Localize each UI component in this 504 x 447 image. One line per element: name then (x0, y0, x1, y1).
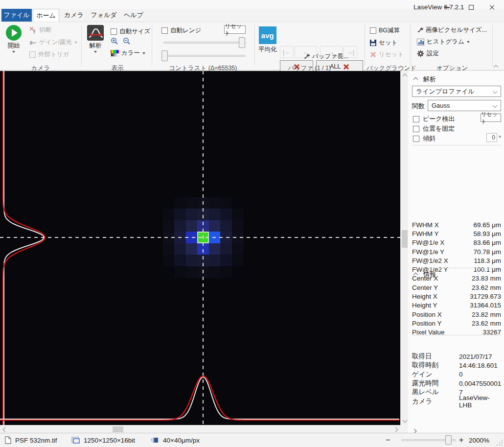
buffer-length-button[interactable]: バッファ長... (303, 52, 348, 61)
bg-reset-button: リセット (370, 50, 404, 59)
analysis-section-header[interactable]: 解析 (414, 75, 436, 84)
gain-exposure-label: ゲイン/露光 (39, 38, 72, 47)
color-button[interactable]: カラー (111, 49, 145, 57)
filename-item: PSF 532nm.tif (5, 433, 57, 447)
beam-image-viewport[interactable] (0, 71, 400, 425)
contrast-min-slider-thumb[interactable] (161, 50, 168, 61)
measurement-label: FWHM X (412, 221, 439, 229)
tab-folder[interactable]: フォルダ (89, 9, 119, 22)
function-dropdown[interactable]: Gauss (428, 100, 501, 111)
histogram-button[interactable]: ヒストグラム (417, 38, 470, 46)
info-label: ゲイン (412, 370, 459, 379)
close-icon (489, 4, 495, 10)
peak-reset-button[interactable]: リセット (481, 114, 501, 122)
zoom-in-button[interactable] (111, 37, 118, 45)
zoom-slider-thumb[interactable] (445, 435, 452, 445)
measurement-row: FWHM Y58.93 μm (412, 229, 501, 238)
function-label: 関数 (412, 102, 425, 111)
measurement-value: 118.3 μm (474, 257, 501, 264)
info-row: ゲイン0 (412, 370, 501, 379)
measurement-value: 100.1 μm (473, 266, 501, 273)
horizontal-scrollbar-thumb[interactable] (113, 426, 123, 432)
contrast-reset-button[interactable]: リセット (224, 25, 246, 34)
measurement-label: Height X (412, 293, 437, 300)
scroll-right-button[interactable] (391, 425, 399, 433)
average-button[interactable]: avg 平均化 (258, 26, 277, 54)
analyze-button[interactable]: 解析 (87, 25, 104, 53)
ribbon-collapse-button[interactable] (494, 63, 498, 71)
maximize-icon (469, 5, 474, 10)
image-pixel-size-button[interactable]: 画像ピクセルサイズ... (417, 26, 487, 34)
info-label: 黒レベル (412, 388, 459, 397)
info-row: カメラLaseView-LHB (412, 397, 501, 405)
zoom-out-button-status[interactable]: − (386, 433, 390, 447)
chevron-down-icon (74, 42, 77, 44)
fix-position-checkbox[interactable]: 位置を固定 (413, 124, 455, 133)
checkbox-icon (413, 136, 419, 142)
tab-home[interactable]: ホーム (33, 9, 59, 22)
info-section-header[interactable]: 情報 (414, 270, 436, 279)
ribbon-group-background: BG減算 セット リセット バックグラウンド (367, 22, 410, 71)
measurement-row: Pixel Value33267 (412, 328, 501, 337)
gain-exposure-icon (29, 40, 37, 46)
measurement-row: Position X23.82 mm (412, 310, 501, 319)
gear-icon (417, 50, 424, 57)
disconnect-button: 切断 (29, 26, 51, 34)
measurement-label: Center Y (412, 284, 438, 291)
ribbon-group-options: 画像ピクセルサイズ... ヒストグラム 設定 オプション (412, 22, 492, 71)
measurement-label: FW@1/e Y (412, 248, 444, 256)
measurement-row: FW@1/e X83.66 μm (412, 238, 501, 247)
checkbox-icon (111, 28, 117, 35)
contrast-max-slider-track[interactable] (163, 42, 246, 44)
vertical-scrollbar-thumb[interactable] (402, 230, 408, 248)
analysis-title: 解析 (423, 75, 436, 84)
average-label: 平均化 (258, 46, 277, 54)
tilt-checkbox[interactable]: 傾斜 (413, 134, 435, 143)
measurement-row: Center Y23.62 mm (412, 283, 501, 292)
settings-button[interactable]: 設定 (417, 49, 439, 58)
avg-icon: avg (259, 26, 276, 44)
checkbox-icon (29, 51, 36, 58)
info-value: LaseView-LHB (459, 394, 501, 409)
play-icon (6, 25, 22, 41)
contrast-min-slider-track[interactable] (163, 55, 246, 57)
vertical-scrollbar[interactable] (400, 71, 408, 425)
bg-set-button[interactable]: セット (370, 39, 397, 47)
window-title: LaseView 6.7.2.1 (413, 3, 464, 11)
start-button[interactable]: 開始 (6, 25, 22, 53)
checkbox-icon (161, 27, 168, 34)
measurement-label: Height Y (412, 302, 437, 309)
analyze-label: 解析 (90, 42, 102, 50)
svg-text:!: ! (151, 438, 152, 443)
scroll-up-button[interactable] (401, 72, 409, 80)
info-row: 取得時刻14:46:18.601 (412, 361, 501, 370)
measurement-value: 69.65 μm (473, 221, 501, 229)
tab-file[interactable]: ファイル (1, 9, 32, 22)
maximize-button[interactable] (464, 2, 479, 13)
zoom-out-icon (123, 37, 131, 45)
minimize-button[interactable] (439, 2, 454, 13)
tilt-input[interactable]: 0 (486, 133, 497, 142)
measurement-label: FWHM Y (412, 230, 439, 237)
info-value: 14:46:18.601 (459, 362, 498, 369)
close-button[interactable] (484, 2, 499, 13)
dimensions-text: 1250×1250×16bit (84, 437, 135, 444)
zoom-in-button-status[interactable]: + (459, 433, 463, 447)
analysis-mode-dropdown[interactable]: ラインプロファイル (412, 86, 501, 97)
measurement-value: 31364.015 (470, 302, 501, 309)
peak-detect-checkbox[interactable]: ピーク検出 (413, 115, 455, 123)
scroll-left-button[interactable] (1, 425, 9, 433)
contrast-max-slider-thumb[interactable] (239, 37, 245, 48)
horizontal-scrollbar[interactable] (0, 425, 400, 433)
scroll-down-button[interactable] (401, 416, 409, 424)
resize-grip[interactable] (496, 439, 503, 446)
bg-subtract-checkbox[interactable]: BG減算 (370, 26, 400, 35)
measurement-label: FW@1/e X (412, 239, 444, 246)
tilt-unit: ° (499, 134, 501, 141)
tab-help[interactable]: ヘルプ (120, 9, 147, 22)
info-value: 0.0047550001 (459, 380, 501, 387)
auto-range-checkbox[interactable]: 自動レンジ (161, 26, 201, 35)
zoom-out-button[interactable] (123, 37, 131, 45)
auto-size-checkbox[interactable]: 自動サイズ (111, 27, 150, 36)
tab-camera[interactable]: カメラ (60, 9, 88, 22)
